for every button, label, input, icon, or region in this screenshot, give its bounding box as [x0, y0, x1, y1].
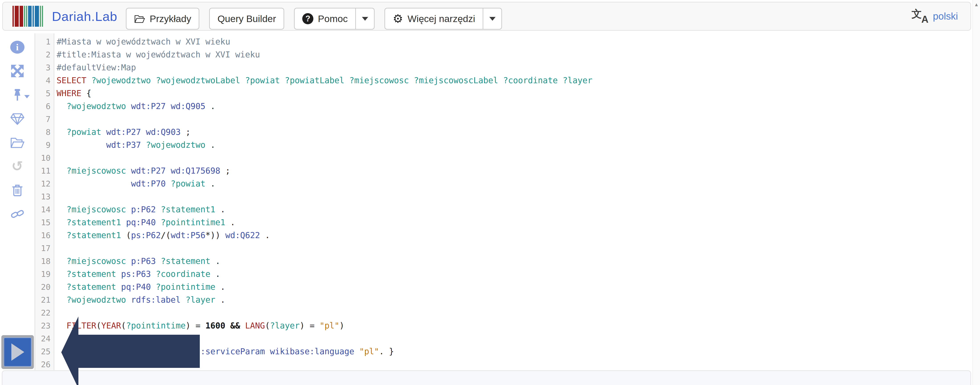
- wiecej-narzedzi-button[interactable]: ⚙ Więcej narzędzi: [384, 8, 483, 30]
- line-number: 20: [35, 280, 54, 293]
- code-line[interactable]: [57, 332, 972, 345]
- code-line[interactable]: ?powiat wdt:P27 wd:Q903 ;: [57, 126, 972, 139]
- line-number: 12: [35, 177, 54, 190]
- line-number: 4: [35, 74, 54, 87]
- line-number-gutter: 1234567891011121314151617181920212223242…: [35, 33, 54, 370]
- gem-button[interactable]: [10, 111, 25, 126]
- brand-title[interactable]: Dariah.Lab: [52, 9, 118, 24]
- line-number: 7: [35, 113, 54, 126]
- share-link-button[interactable]: [10, 207, 25, 221]
- line-number: 15: [35, 216, 54, 229]
- code-line[interactable]: ?wojewodztwo rdfs:label ?layer .: [57, 293, 972, 306]
- link-icon: [10, 207, 25, 220]
- code-line[interactable]: ?statement1 pq:P40 ?pointintime1 .: [57, 216, 972, 229]
- language-link[interactable]: polski: [933, 11, 958, 22]
- code-line[interactable]: ?statement pq:P40 ?pointintime .: [57, 280, 972, 293]
- top-navbar: Dariah.Lab Przykłady Query Builder ? Pom…: [2, 2, 971, 31]
- wiecej-narzedzi-button-group: ⚙ Więcej narzędzi: [384, 8, 502, 30]
- code-area[interactable]: #Miasta w województwach w XVI wieku#titl…: [54, 33, 972, 370]
- query-builder-button[interactable]: Query Builder: [209, 8, 284, 30]
- language-selector[interactable]: 文 A polski: [912, 2, 958, 30]
- info-button[interactable]: i: [10, 40, 25, 54]
- pin-icon: [10, 88, 24, 102]
- open-query-button[interactable]: [10, 135, 25, 149]
- line-number: 3: [35, 61, 54, 74]
- code-line[interactable]: [57, 358, 972, 371]
- logo-stripe: [32, 6, 34, 27]
- code-line[interactable]: ?miejscowosc wdt:P27 wd:Q175698 ;: [57, 165, 972, 177]
- logo-stripe: [15, 6, 19, 27]
- code-line[interactable]: WHERE {: [57, 87, 972, 100]
- line-number: 10: [35, 152, 54, 165]
- line-number: 19: [35, 268, 54, 280]
- code-line[interactable]: ?statement ps:P63 ?coordinate .: [57, 268, 972, 280]
- pomoc-dropdown-toggle[interactable]: [356, 8, 375, 30]
- pomoc-button[interactable]: ? Pomoc: [294, 8, 356, 30]
- logo-stripe: [40, 6, 41, 27]
- brand[interactable]: Dariah.Lab: [13, 2, 118, 30]
- play-icon: [11, 344, 24, 361]
- chevron-down-icon: [24, 95, 30, 98]
- wdqs-page: Dariah.Lab Przykłady Query Builder ? Pom…: [0, 0, 980, 385]
- query-builder-label: Query Builder: [217, 13, 276, 24]
- gear-icon: ⚙: [393, 13, 403, 24]
- fullscreen-icon: [10, 64, 24, 78]
- scroll-up-icon[interactable]: ▲: [973, 2, 980, 8]
- pomoc-button-group: ? Pomoc: [294, 8, 375, 30]
- clear-button[interactable]: [10, 183, 25, 197]
- line-number: 9: [35, 139, 54, 152]
- nav-buttons: Przykłady Query Builder ? Pomoc ⚙ Więcej…: [126, 8, 502, 30]
- code-line[interactable]: #Miasta w województwach w XVI wieku: [57, 35, 972, 48]
- pin-button[interactable]: [10, 88, 25, 102]
- dariah-logo: [13, 6, 43, 27]
- code-line[interactable]: [57, 306, 972, 319]
- line-number: 17: [35, 242, 54, 255]
- chevron-down-icon: [362, 17, 368, 21]
- line-number: 23: [35, 319, 54, 332]
- chevron-down-icon: [489, 17, 496, 21]
- results-panel: [2, 370, 971, 385]
- line-number: 26: [35, 358, 54, 371]
- logo-stripe: [35, 6, 39, 27]
- line-number: 5: [35, 87, 54, 100]
- code-line[interactable]: ?wojewodztwo wdt:P27 wd:Q905 .: [57, 100, 972, 113]
- line-number: 8: [35, 126, 54, 139]
- line-number: 14: [35, 203, 54, 216]
- folder-open-icon: [134, 14, 145, 24]
- line-number: 16: [35, 229, 54, 242]
- code-line[interactable]: [57, 190, 972, 203]
- code-line[interactable]: wdt:P37 ?wojewodztwo .: [57, 139, 972, 152]
- przyklady-button[interactable]: Przykłady: [126, 8, 199, 30]
- scrollbar[interactable]: ▲: [972, 0, 980, 385]
- przyklady-label: Przykłady: [150, 13, 191, 24]
- wiecej-narzedzi-dropdown-toggle[interactable]: [483, 8, 502, 30]
- code-line[interactable]: SELECT ?wojewodztwo ?wojewodztwoLabel ?p…: [57, 74, 972, 87]
- logo-stripe: [13, 6, 14, 27]
- code-line[interactable]: FILTER(YEAR(?pointintime) = 1600 && LANG…: [57, 319, 972, 332]
- fullscreen-button[interactable]: [10, 64, 25, 78]
- code-line[interactable]: ?miejscowosc p:P62 ?statement1 .: [57, 203, 972, 216]
- line-number: 24: [35, 332, 54, 345]
- run-query-button[interactable]: [2, 335, 34, 369]
- code-line[interactable]: #title:Miasta w województwach w XVI wiek…: [57, 48, 972, 61]
- logo-stripe: [42, 6, 43, 27]
- code-line[interactable]: ?statement1 (ps:P62/(wdt:P56*)) wd:Q622 …: [57, 229, 972, 242]
- code-line[interactable]: SERVICE wikibase:label { bd:serviceParam…: [57, 345, 972, 358]
- code-line[interactable]: ?miejscowosc p:P63 ?statement .: [57, 255, 972, 268]
- code-line[interactable]: [57, 242, 972, 255]
- folder-open-icon: [10, 136, 25, 149]
- code-line[interactable]: [57, 113, 972, 126]
- editor-toolbar: i: [0, 33, 35, 370]
- code-line[interactable]: [57, 152, 972, 165]
- line-number: 13: [35, 190, 54, 203]
- info-icon: i: [10, 41, 24, 54]
- code-line[interactable]: #defaultView:Map: [57, 61, 972, 74]
- line-number: 25: [35, 345, 54, 358]
- query-editor: i: [0, 33, 972, 370]
- run-button-face: [3, 337, 32, 367]
- code-line[interactable]: wdt:P70 ?powiat .: [57, 177, 972, 190]
- history-button[interactable]: ↺: [10, 159, 25, 173]
- translate-icon: 文 A: [912, 8, 929, 24]
- line-number: 6: [35, 100, 54, 113]
- pomoc-label: Pomoc: [318, 13, 348, 24]
